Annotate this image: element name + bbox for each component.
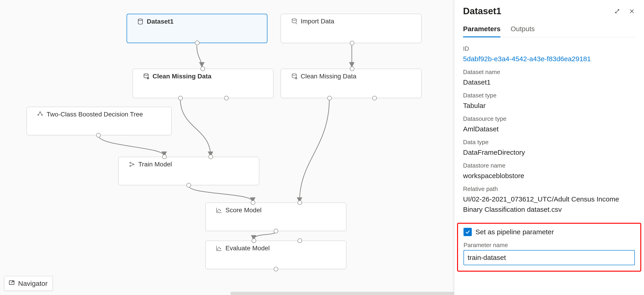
close-icon[interactable] <box>628 8 635 15</box>
port-out[interactable] <box>274 267 278 271</box>
dataset-type-label: Dataset type <box>463 92 635 99</box>
data-type-value: DataFrameDirectory <box>463 147 635 157</box>
node-import-data[interactable]: Import Data <box>281 14 422 43</box>
port-out-1[interactable] <box>178 96 183 100</box>
svg-point-6 <box>40 112 41 113</box>
transform-icon <box>143 73 149 79</box>
node-train-model[interactable]: Train Model <box>118 157 259 185</box>
port-in-2[interactable] <box>298 200 302 205</box>
train-icon <box>129 161 135 168</box>
port-out[interactable] <box>195 40 200 45</box>
node-label: Evaluate Model <box>226 245 270 252</box>
svg-point-14 <box>220 210 221 211</box>
port-out[interactable] <box>186 183 191 188</box>
port-out-2[interactable] <box>224 96 229 100</box>
evaluate-icon <box>216 245 222 252</box>
parameter-name-label: Parameter name <box>464 242 635 249</box>
dataset-type-value: Tabular <box>463 100 635 111</box>
port-out[interactable] <box>350 41 354 45</box>
svg-point-8 <box>42 114 43 115</box>
port-out[interactable] <box>96 133 101 138</box>
pipeline-canvas[interactable]: Dataset1 Import Data <box>0 0 454 295</box>
parameter-name-input[interactable] <box>464 250 635 265</box>
node-evaluate-model[interactable]: Evaluate Model <box>206 241 346 269</box>
transform-icon <box>291 73 298 79</box>
port-in-1[interactable] <box>251 200 255 205</box>
svg-point-4 <box>292 74 296 75</box>
datastore-name-label: Datastore name <box>463 162 635 169</box>
node-label: Import Data <box>301 18 334 25</box>
tab-outputs[interactable]: Outputs <box>510 25 534 37</box>
svg-point-0 <box>138 19 143 20</box>
svg-point-10 <box>130 166 131 167</box>
node-label: Dataset1 <box>147 18 174 25</box>
port-in[interactable] <box>200 66 205 71</box>
properties-panel: Dataset1 Parameters Outputs ID <box>454 0 644 295</box>
score-icon <box>216 207 222 213</box>
navigator-button[interactable]: Navigator <box>4 276 53 291</box>
pipeline-parameter-highlight: Set as pipeline parameter Parameter name <box>457 223 641 272</box>
panel-title: Dataset1 <box>463 6 501 16</box>
algorithm-icon <box>37 111 43 118</box>
node-label: Clean Missing Data <box>301 73 356 80</box>
port-out[interactable] <box>274 229 278 233</box>
port-in-1[interactable] <box>162 154 167 159</box>
dataset-name-value: Dataset1 <box>463 77 635 87</box>
id-value-link[interactable]: 5dabf92b-e3a4-4542-a43e-f83d6ea29181 <box>463 54 635 64</box>
svg-point-7 <box>38 114 39 115</box>
node-clean-missing-data-1[interactable]: Clean Missing Data <box>132 69 274 98</box>
datastore-name-value: workspaceblobstore <box>463 171 635 181</box>
node-label: Two-Class Boosted Decision Tree <box>46 111 143 118</box>
canvas-horizontal-scrollbar[interactable] <box>230 292 454 295</box>
datasource-type-label: Datasource type <box>463 115 635 122</box>
svg-point-11 <box>133 164 134 165</box>
relative-path-value: UI/02-26-2021_073612_UTC/Adult Census In… <box>463 194 635 215</box>
set-as-pipeline-parameter-label: Set as pipeline parameter <box>476 228 554 236</box>
import-data-icon <box>291 18 298 24</box>
navigator-label: Navigator <box>18 280 48 288</box>
svg-point-9 <box>130 162 131 163</box>
navigator-icon <box>8 280 15 288</box>
port-out-1[interactable] <box>327 96 332 100</box>
port-out-2[interactable] <box>372 96 377 100</box>
node-label: Train Model <box>138 161 172 168</box>
relative-path-label: Relative path <box>463 185 635 193</box>
port-in-2[interactable] <box>208 154 213 159</box>
svg-point-12 <box>218 211 218 211</box>
port-in-2[interactable] <box>298 238 302 243</box>
node-score-model[interactable]: Score Model <box>206 203 346 231</box>
node-clean-missing-data-2[interactable]: Clean Missing Data <box>281 69 422 98</box>
set-as-pipeline-parameter-checkbox[interactable] <box>464 228 472 236</box>
datasource-type-value: AmlDataset <box>463 124 635 134</box>
svg-point-15 <box>218 249 218 249</box>
node-label: Score Model <box>226 207 262 214</box>
svg-point-2 <box>144 74 148 75</box>
dataset-icon <box>137 18 144 25</box>
port-in-1[interactable] <box>252 238 256 243</box>
svg-point-17 <box>220 248 221 249</box>
node-two-class-boosted-decision-tree[interactable]: Two-Class Boosted Decision Tree <box>26 107 172 135</box>
panel-tabs: Parameters Outputs <box>463 25 635 37</box>
node-label: Clean Missing Data <box>152 73 212 80</box>
data-type-label: Data type <box>463 139 635 146</box>
svg-point-16 <box>219 247 220 248</box>
expand-icon[interactable] <box>614 8 620 15</box>
dataset-name-label: Dataset name <box>463 68 635 76</box>
id-label: ID <box>463 45 635 52</box>
svg-point-1 <box>292 18 296 20</box>
tab-parameters[interactable]: Parameters <box>463 25 500 37</box>
port-in[interactable] <box>350 66 354 71</box>
svg-point-13 <box>219 209 220 210</box>
node-dataset1[interactable]: Dataset1 <box>126 14 268 43</box>
